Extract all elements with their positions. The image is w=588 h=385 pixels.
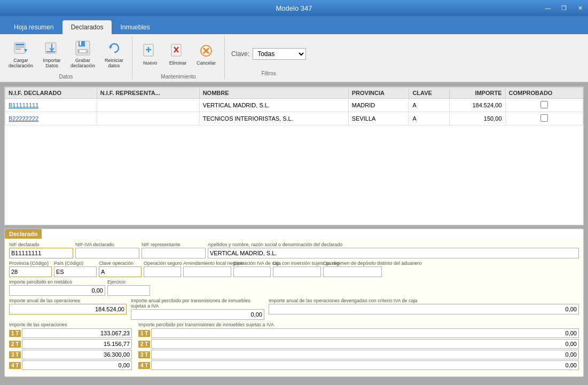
importe-anual-input[interactable] (9, 304, 127, 315)
svg-rect-10 (80, 41, 81, 45)
clave-label: Clave: (231, 50, 249, 58)
title-bar: Modelo 347 — ❐ ✕ (0, 0, 588, 16)
importar-icon (43, 40, 60, 57)
quarter-input[interactable] (22, 339, 132, 349)
toolbar-group-filtros: Clave: Todas A B C Filtros (225, 36, 312, 80)
operaciones-quarters: 1 T 2 T 3 T 4 T (9, 328, 132, 371)
grabar-icon (74, 40, 91, 57)
field-provincia-cod: Provincia (Código) (9, 261, 52, 277)
tab-declarados[interactable]: Declarados (62, 20, 112, 34)
op-seguro-input[interactable] (144, 266, 181, 277)
quarter-input[interactable] (22, 350, 132, 359)
nif-iva-input[interactable] (75, 248, 139, 258)
importe-iva-caja-input[interactable] (269, 304, 579, 315)
field-op-seguro: Operación seguro (144, 261, 181, 277)
quarter-input[interactable] (151, 350, 579, 359)
nif-declarado-input[interactable] (9, 248, 73, 258)
table-row[interactable]: B11111111 VERTICAL MADRID, S.L. MADRID A… (5, 99, 583, 112)
svg-rect-12 (80, 50, 86, 52)
toolbar: Cargar declaración Importar Datos (0, 34, 588, 82)
quarter-label: 2 T (9, 341, 21, 348)
nif-declarado-label: NIF declarado (9, 242, 73, 247)
grabar-button[interactable]: Grabar declaración (66, 37, 99, 70)
quarter-row: 4 T (9, 360, 132, 370)
field-importe-metalico: Importe percibido en metálico (9, 279, 105, 296)
op-inv-sujeto-input[interactable] (273, 266, 321, 277)
importar-button[interactable]: Importar Datos (38, 37, 65, 70)
op-deposito-label: Op. régimen de depósito distinto del adu… (323, 261, 382, 266)
ejercicio-label: Ejercicio (107, 279, 150, 285)
cell-nif[interactable]: B22222222 (5, 112, 97, 125)
table-area: N.I.F. DECLARADO N.I.F. REPRESENTA... NO… (4, 87, 584, 225)
minimize-button[interactable]: — (540, 0, 556, 16)
nuevo-button[interactable]: Nuevo (137, 40, 163, 68)
field-nombre: Apellidos y nombre, razón social o denom… (208, 242, 579, 258)
field-arr-local: Arrendamiento local negocio (183, 261, 231, 277)
cell-clave: A (409, 112, 450, 125)
ejercicio-input[interactable] (107, 285, 150, 296)
field-ejercicio: Ejercicio (107, 279, 150, 296)
cargar-label: Cargar declaración (9, 58, 33, 68)
nif-rep-input[interactable] (142, 248, 206, 258)
quarter-input[interactable] (151, 328, 579, 338)
op-iva-caja-input[interactable] (233, 266, 271, 277)
arr-local-input[interactable] (183, 266, 231, 277)
nif-link[interactable]: B22222222 (9, 115, 38, 122)
table-row[interactable]: B22222222 TECNICOS INTERIORISTAS, S.L. S… (5, 112, 583, 125)
form-row-1: NIF declarado NIF-IVA declarado NIF repr… (9, 242, 579, 258)
pais-cod-input[interactable] (54, 266, 97, 277)
tab-hoja-resumen[interactable]: Hoja resumen (5, 20, 62, 34)
comprobado-checkbox[interactable] (540, 101, 548, 108)
reiniciar-button[interactable]: Reiniciar datos (100, 37, 128, 70)
cell-nif[interactable]: B11111111 (5, 99, 97, 112)
field-op-iva-caja: Operación IVA de caja (233, 261, 271, 277)
cargar-button[interactable]: Cargar declaración (4, 37, 37, 70)
quarter-label: 2 T (138, 341, 150, 348)
svg-rect-2 (15, 46, 24, 48)
importar-label: Importar Datos (43, 58, 61, 68)
tab-bar: Hoja resumen Declarados Inmuebles (0, 16, 588, 34)
toolbar-group-mantenimiento: Nuevo Eliminar (132, 36, 225, 80)
importe-anual-label: Importe anual de las operaciones (9, 298, 127, 303)
quarter-input[interactable] (151, 339, 579, 349)
quarter-input[interactable] (151, 360, 579, 370)
cell-comprobado[interactable] (505, 99, 583, 112)
clave-op-input[interactable] (99, 266, 142, 277)
importe-transmisiones-input[interactable] (131, 309, 264, 320)
field-nif-rep: NIF representante (142, 242, 206, 258)
restore-button[interactable]: ❐ (556, 0, 572, 16)
nombre-input[interactable] (208, 248, 579, 258)
transmisiones-quarters: 1 T 2 T 3 T 4 T (138, 328, 579, 371)
op-iva-caja-label: Operación IVA de caja (233, 261, 271, 266)
svg-rect-1 (15, 44, 24, 45)
op-deposito-input[interactable] (323, 266, 382, 277)
nif-rep-label: NIF representante (142, 242, 206, 247)
svg-rect-7 (46, 51, 55, 52)
importe-metalico-input[interactable] (9, 285, 105, 296)
quarter-input[interactable] (22, 328, 132, 338)
quarter-row: 3 T (138, 350, 579, 359)
close-button[interactable]: ✕ (572, 0, 588, 16)
form-row-quarters: Importe de las operaciones 1 T 2 T 3 T 4… (9, 322, 579, 371)
cell-importe: 184.524,00 (450, 99, 505, 112)
clave-select[interactable]: Todas A B C (253, 48, 306, 60)
cell-comprobado[interactable] (505, 112, 583, 125)
field-nif-declarado: NIF declarado (9, 242, 73, 258)
transmisiones-section: Importe percibido por transmisiones de i… (138, 322, 579, 371)
tab-inmuebles[interactable]: Inmuebles (112, 20, 158, 34)
field-pais-cod: País (Código) (54, 261, 97, 277)
form-row-4: Importe anual de las operaciones Importe… (9, 298, 579, 320)
filtros-inner: Clave: Todas A B C (231, 40, 306, 68)
comprobado-checkbox[interactable] (540, 114, 548, 122)
cancelar-button[interactable]: Cancelar (192, 40, 220, 68)
quarter-label: 4 T (138, 362, 150, 369)
importe-iva-caja-label: Importe anual de las operaciones devenga… (269, 298, 579, 303)
quarter-input[interactable] (22, 360, 132, 370)
main-content: N.I.F. DECLARADO N.I.F. REPRESENTA... NO… (0, 82, 588, 385)
nif-link[interactable]: B11111111 (9, 102, 38, 108)
arr-local-label: Arrendamiento local negocio (183, 261, 231, 266)
declarado-body: NIF declarado NIF-IVA declarado NIF repr… (5, 239, 583, 376)
eliminar-button[interactable]: Eliminar (164, 40, 191, 68)
provincia-cod-input[interactable] (9, 266, 52, 277)
cell-provincia: MADRID (348, 99, 409, 112)
